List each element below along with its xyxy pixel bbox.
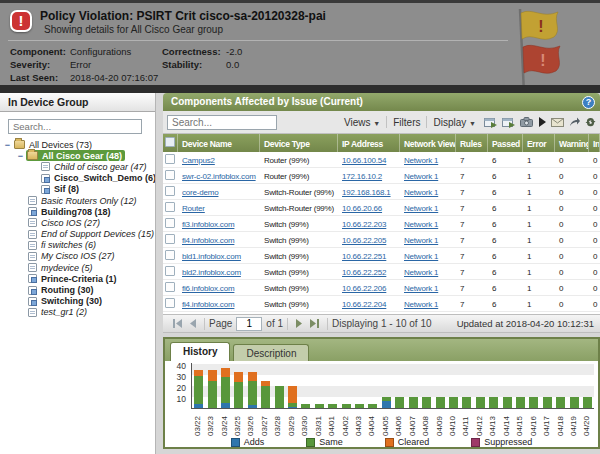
history-bar[interactable] [208, 370, 217, 409]
device-name-link[interactable]: swr-c-02.infoblox.com [182, 172, 256, 181]
device-name-link[interactable]: core-demo [182, 188, 218, 197]
column-header[interactable]: Info [589, 134, 600, 152]
history-bar[interactable] [368, 404, 377, 408]
column-header[interactable]: Passed [488, 134, 523, 152]
tree-item[interactable]: Switching (30) [0, 296, 155, 307]
column-header[interactable]: Error [523, 134, 555, 152]
history-bar[interactable] [301, 404, 310, 408]
tree-item[interactable]: Basic Routers Only (12) [0, 195, 155, 206]
column-header[interactable]: Warning [555, 134, 589, 152]
device-group-search-input[interactable] [8, 119, 142, 134]
history-bar[interactable] [288, 386, 297, 408]
page-number-input[interactable] [236, 317, 262, 331]
network-view-link[interactable]: Network 1 [404, 300, 438, 309]
device-name-link[interactable]: bld1.infoblox.com [182, 252, 241, 261]
row-checkbox[interactable] [165, 282, 175, 292]
history-bar[interactable] [382, 397, 391, 408]
play-icon[interactable] [538, 117, 546, 127]
mail-icon[interactable] [551, 118, 564, 127]
device-name-link[interactable]: Campus2 [182, 156, 215, 165]
row-checkbox[interactable] [165, 250, 175, 260]
help-icon[interactable]: ? [582, 96, 595, 109]
history-bar[interactable] [221, 368, 230, 408]
network-view-link[interactable]: Network 1 [404, 284, 438, 293]
history-bar[interactable] [234, 372, 243, 408]
ip-address-link[interactable]: 10.66.22.204 [342, 300, 386, 309]
tree-item[interactable]: fi switches (6) [0, 240, 155, 251]
export-table-add-icon[interactable] [502, 117, 515, 128]
history-bar[interactable] [409, 397, 418, 408]
ip-address-link[interactable]: 10.66.22.251 [342, 252, 386, 261]
history-bar[interactable] [194, 370, 203, 408]
tree-item[interactable]: Cisco_Switch_Demo (6) [0, 173, 155, 184]
column-header[interactable]: Rules [456, 134, 488, 152]
views-button[interactable]: Views ▼ [344, 117, 380, 128]
history-bar[interactable] [529, 397, 538, 408]
share-icon[interactable] [569, 117, 580, 127]
ip-address-link[interactable]: 10.66.22.205 [342, 236, 386, 245]
export-table-icon[interactable] [484, 117, 497, 128]
first-page-button[interactable] [172, 319, 183, 328]
collapse-icon[interactable]: − [2, 140, 13, 150]
history-bar[interactable] [516, 397, 525, 408]
network-view-link[interactable]: Network 1 [404, 252, 438, 261]
tree-item[interactable]: −All Devices (73) [0, 139, 155, 150]
row-checkbox[interactable] [165, 186, 175, 196]
history-bar[interactable] [248, 372, 257, 408]
history-bar[interactable] [462, 397, 471, 408]
tab-description[interactable]: Description [233, 344, 309, 361]
row-checkbox[interactable] [165, 170, 175, 180]
ip-address-link[interactable]: 10.66.20.66 [342, 204, 382, 213]
collapse-icon[interactable]: − [15, 151, 26, 161]
ip-address-link[interactable]: 192.168.168.1 [342, 188, 391, 197]
column-header[interactable]: Network View [400, 134, 456, 152]
tree-item[interactable]: My Cisco IOS (27) [0, 251, 155, 262]
device-name-link[interactable]: fi3.infoblox.com [182, 220, 234, 229]
network-view-link[interactable]: Network 1 [404, 172, 438, 181]
history-bar[interactable] [543, 397, 552, 408]
device-name-link[interactable]: fi4.infoblox.com [182, 236, 234, 245]
history-bar[interactable] [476, 397, 485, 408]
history-bar[interactable] [342, 404, 351, 408]
device-name-link[interactable]: fi4.infoblox.com [182, 300, 234, 309]
last-page-button[interactable] [309, 319, 320, 328]
tree-item[interactable]: Routing (30) [0, 284, 155, 295]
tree-item[interactable]: Sif (8) [0, 184, 155, 195]
refresh-icon[interactable] [585, 117, 596, 127]
history-bar[interactable] [449, 397, 458, 408]
column-header[interactable]: IP Address [338, 134, 400, 152]
device-name-link[interactable]: Router [182, 204, 205, 213]
network-view-link[interactable]: Network 1 [404, 268, 438, 277]
row-checkbox[interactable] [165, 266, 175, 276]
ip-address-link[interactable]: 10.66.22.206 [342, 284, 386, 293]
tree-item[interactable]: Prince-Criteria (1) [0, 273, 155, 284]
row-checkbox[interactable] [165, 234, 175, 244]
tree-item[interactable]: −All Cisco Gear (48) [0, 150, 155, 161]
select-all-checkbox[interactable] [165, 137, 175, 147]
prev-page-button[interactable] [189, 319, 197, 328]
history-bar[interactable] [570, 397, 579, 408]
camera-icon[interactable] [520, 117, 533, 127]
filters-button[interactable]: Filters [393, 117, 420, 128]
history-bar[interactable] [556, 397, 565, 408]
row-checkbox[interactable] [165, 218, 175, 228]
column-header[interactable]: Device Name [178, 134, 260, 152]
ip-address-link[interactable]: 10.66.22.252 [342, 268, 386, 277]
row-checkbox[interactable] [165, 154, 175, 164]
tree-item[interactable]: test_gr1 (2) [0, 307, 155, 318]
row-checkbox[interactable] [165, 298, 175, 308]
history-bar[interactable] [583, 397, 592, 408]
tab-history[interactable]: History [170, 342, 230, 361]
history-bar[interactable] [328, 404, 337, 408]
history-bar[interactable] [422, 397, 431, 408]
next-page-button[interactable] [295, 319, 303, 328]
column-header[interactable]: Device Type [260, 134, 338, 152]
ip-address-link[interactable]: 10.66.22.203 [342, 220, 386, 229]
history-bar[interactable] [395, 397, 404, 408]
tree-item[interactable]: Cisco IOS (27) [0, 217, 155, 228]
history-bar[interactable] [315, 404, 324, 408]
network-view-link[interactable]: Network 1 [404, 236, 438, 245]
tree-item[interactable]: Child of cisco gear (47) [0, 161, 155, 172]
tree-item[interactable]: End of Support Devices (15) [0, 229, 155, 240]
network-view-link[interactable]: Network 1 [404, 220, 438, 229]
